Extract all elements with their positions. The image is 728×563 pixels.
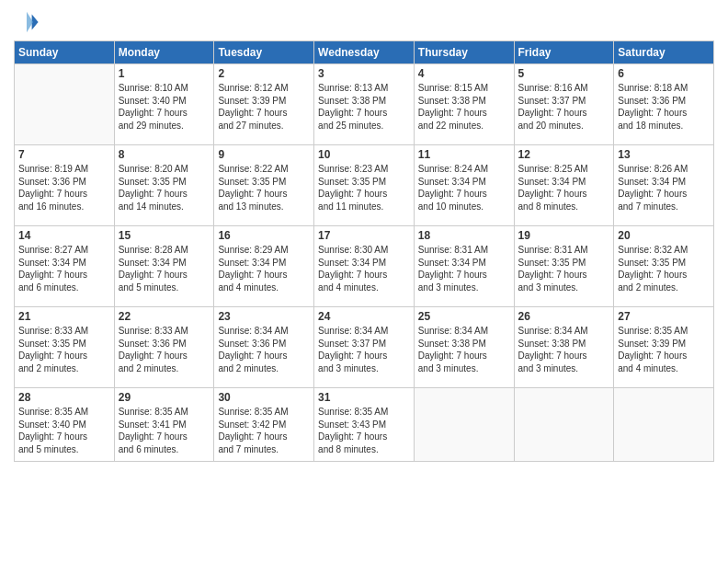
day-info: Sunrise: 8:12 AM Sunset: 3:39 PM Dayligh… [218,82,310,132]
week-row-1: 1Sunrise: 8:10 AM Sunset: 3:40 PM Daylig… [15,64,714,145]
day-number: 16 [218,229,310,242]
day-cell: 14Sunrise: 8:27 AM Sunset: 3:34 PM Dayli… [15,226,115,307]
day-info: Sunrise: 8:23 AM Sunset: 3:35 PM Dayligh… [318,163,410,213]
week-row-3: 14Sunrise: 8:27 AM Sunset: 3:34 PM Dayli… [15,226,714,307]
day-cell [15,64,115,145]
column-header-friday: Friday [514,41,614,64]
day-cell [514,388,614,462]
week-row-2: 7Sunrise: 8:19 AM Sunset: 3:36 PM Daylig… [15,145,714,226]
day-number: 12 [518,148,610,161]
column-header-tuesday: Tuesday [214,41,314,64]
day-number: 4 [418,67,510,80]
day-number: 18 [418,229,510,242]
day-info: Sunrise: 8:34 AM Sunset: 3:38 PM Dayligh… [418,325,510,374]
day-number: 20 [618,229,710,242]
day-info: Sunrise: 8:34 AM Sunset: 3:38 PM Dayligh… [518,325,610,374]
day-info: Sunrise: 8:33 AM Sunset: 3:35 PM Dayligh… [18,325,110,374]
day-cell: 17Sunrise: 8:30 AM Sunset: 3:34 PM Dayli… [314,226,415,307]
day-cell: 4Sunrise: 8:15 AM Sunset: 3:38 PM Daylig… [414,64,514,145]
column-header-saturday: Saturday [614,41,714,64]
day-info: Sunrise: 8:35 AM Sunset: 3:41 PM Dayligh… [119,406,210,455]
day-number: 22 [119,310,210,323]
day-cell: 13Sunrise: 8:26 AM Sunset: 3:34 PM Dayli… [614,145,714,226]
day-number: 17 [318,229,410,242]
day-cell: 31Sunrise: 8:35 AM Sunset: 3:43 PM Dayli… [314,388,415,462]
day-info: Sunrise: 8:33 AM Sunset: 3:36 PM Dayligh… [119,325,210,374]
day-number: 13 [618,148,710,161]
day-cell: 1Sunrise: 8:10 AM Sunset: 3:40 PM Daylig… [114,64,214,145]
header-row: SundayMondayTuesdayWednesdayThursdayFrid… [15,41,714,64]
day-info: Sunrise: 8:29 AM Sunset: 3:34 PM Dayligh… [218,244,310,293]
column-header-monday: Monday [114,41,214,64]
day-cell: 10Sunrise: 8:23 AM Sunset: 3:35 PM Dayli… [314,145,415,226]
day-number: 2 [218,67,310,80]
day-info: Sunrise: 8:18 AM Sunset: 3:36 PM Dayligh… [618,82,710,132]
day-cell: 30Sunrise: 8:35 AM Sunset: 3:42 PM Dayli… [214,388,314,462]
day-cell: 23Sunrise: 8:34 AM Sunset: 3:36 PM Dayli… [214,307,314,388]
day-cell [414,388,514,462]
calendar: SundayMondayTuesdayWednesdayThursdayFrid… [14,40,714,462]
day-info: Sunrise: 8:15 AM Sunset: 3:38 PM Dayligh… [418,82,510,132]
day-number: 26 [518,310,610,323]
day-cell: 19Sunrise: 8:31 AM Sunset: 3:35 PM Dayli… [514,226,614,307]
day-info: Sunrise: 8:35 AM Sunset: 3:42 PM Dayligh… [218,406,310,455]
column-header-wednesday: Wednesday [314,41,415,64]
day-info: Sunrise: 8:27 AM Sunset: 3:34 PM Dayligh… [18,244,110,293]
column-header-sunday: Sunday [15,41,115,64]
day-info: Sunrise: 8:19 AM Sunset: 3:36 PM Dayligh… [18,163,110,213]
day-number: 15 [119,229,210,242]
day-number: 6 [618,67,710,80]
day-number: 23 [218,310,310,323]
day-info: Sunrise: 8:24 AM Sunset: 3:34 PM Dayligh… [418,163,510,213]
day-cell: 6Sunrise: 8:18 AM Sunset: 3:36 PM Daylig… [614,64,714,145]
day-number: 27 [618,310,710,323]
day-cell: 24Sunrise: 8:34 AM Sunset: 3:37 PM Dayli… [314,307,415,388]
day-cell: 11Sunrise: 8:24 AM Sunset: 3:34 PM Dayli… [414,145,514,226]
day-info: Sunrise: 8:26 AM Sunset: 3:34 PM Dayligh… [618,163,710,213]
day-cell: 7Sunrise: 8:19 AM Sunset: 3:36 PM Daylig… [15,145,115,226]
day-info: Sunrise: 8:35 AM Sunset: 3:43 PM Dayligh… [318,406,410,455]
day-number: 1 [119,67,210,80]
logo [14,9,43,35]
day-cell: 27Sunrise: 8:35 AM Sunset: 3:39 PM Dayli… [614,307,714,388]
day-number: 25 [418,310,510,323]
day-info: Sunrise: 8:13 AM Sunset: 3:38 PM Dayligh… [318,82,410,132]
day-cell: 22Sunrise: 8:33 AM Sunset: 3:36 PM Dayli… [114,307,214,388]
day-info: Sunrise: 8:10 AM Sunset: 3:40 PM Dayligh… [119,82,210,132]
day-info: Sunrise: 8:25 AM Sunset: 3:34 PM Dayligh… [518,163,610,213]
week-row-5: 28Sunrise: 8:35 AM Sunset: 3:40 PM Dayli… [15,388,714,462]
day-info: Sunrise: 8:28 AM Sunset: 3:34 PM Dayligh… [119,244,210,293]
day-info: Sunrise: 8:16 AM Sunset: 3:37 PM Dayligh… [518,82,610,132]
day-number: 24 [318,310,410,323]
day-number: 29 [119,391,210,404]
day-cell: 15Sunrise: 8:28 AM Sunset: 3:34 PM Dayli… [114,226,214,307]
day-cell: 25Sunrise: 8:34 AM Sunset: 3:38 PM Dayli… [414,307,514,388]
day-info: Sunrise: 8:35 AM Sunset: 3:40 PM Dayligh… [18,406,110,455]
day-number: 19 [518,229,610,242]
day-number: 30 [218,391,310,404]
day-info: Sunrise: 8:30 AM Sunset: 3:34 PM Dayligh… [318,244,410,293]
header [14,9,714,35]
day-cell: 18Sunrise: 8:31 AM Sunset: 3:34 PM Dayli… [414,226,514,307]
day-info: Sunrise: 8:20 AM Sunset: 3:35 PM Dayligh… [119,163,210,213]
day-cell: 16Sunrise: 8:29 AM Sunset: 3:34 PM Dayli… [214,226,314,307]
day-cell: 5Sunrise: 8:16 AM Sunset: 3:37 PM Daylig… [514,64,614,145]
day-number: 10 [318,148,410,161]
logo-icon [14,9,40,35]
week-row-4: 21Sunrise: 8:33 AM Sunset: 3:35 PM Dayli… [15,307,714,388]
day-info: Sunrise: 8:22 AM Sunset: 3:35 PM Dayligh… [218,163,310,213]
day-number: 28 [18,391,110,404]
day-cell: 12Sunrise: 8:25 AM Sunset: 3:34 PM Dayli… [514,145,614,226]
day-info: Sunrise: 8:31 AM Sunset: 3:34 PM Dayligh… [418,244,510,293]
day-cell: 28Sunrise: 8:35 AM Sunset: 3:40 PM Dayli… [15,388,115,462]
day-info: Sunrise: 8:31 AM Sunset: 3:35 PM Dayligh… [518,244,610,293]
day-cell: 29Sunrise: 8:35 AM Sunset: 3:41 PM Dayli… [114,388,214,462]
day-info: Sunrise: 8:32 AM Sunset: 3:35 PM Dayligh… [618,244,710,293]
day-number: 8 [119,148,210,161]
day-number: 3 [318,67,410,80]
day-info: Sunrise: 8:34 AM Sunset: 3:37 PM Dayligh… [318,325,410,374]
day-number: 7 [18,148,110,161]
day-cell: 2Sunrise: 8:12 AM Sunset: 3:39 PM Daylig… [214,64,314,145]
day-cell: 26Sunrise: 8:34 AM Sunset: 3:38 PM Dayli… [514,307,614,388]
page: SundayMondayTuesdayWednesdayThursdayFrid… [0,0,728,563]
